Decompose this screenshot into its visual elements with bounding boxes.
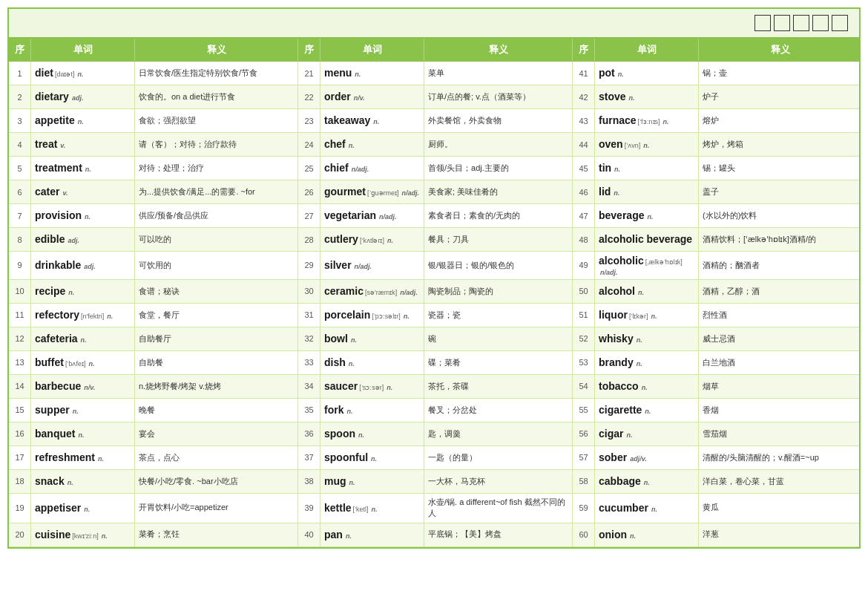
seq-number: 34 <box>298 375 320 398</box>
definition-cell: 烤炉，烤箱 <box>699 133 859 156</box>
word-cell: gourmet[ˈɡuərmeɪ]n/adj. <box>320 180 424 203</box>
seq-number: 11 <box>9 304 31 327</box>
word-cell: edibleadj. <box>31 228 135 251</box>
word-text: pan <box>324 529 343 541</box>
word-cell: treatv. <box>31 133 135 156</box>
seq-number: 43 <box>573 109 595 132</box>
seq-number: 35 <box>298 399 320 422</box>
table-row: 12cafeterian.自助餐厅32bowln.碗52whiskyn.威士忌酒 <box>9 327 859 351</box>
word-pos: n. <box>629 94 635 102</box>
seq-number: 30 <box>298 280 320 303</box>
seq-number: 24 <box>298 133 320 156</box>
word-cell: liquor[ˈlɪkər]n. <box>595 304 699 327</box>
definition-cell: 酒精的；酗酒者 <box>699 252 859 279</box>
word-text: vegetarian <box>324 209 376 222</box>
date-box-3[interactable] <box>793 15 809 31</box>
seq-number: 23 <box>298 109 320 132</box>
definition-cell: 茶点，点心 <box>135 446 298 469</box>
definition-cell: 陶瓷制品；陶瓷的 <box>424 280 573 303</box>
definition-cell: 为...提供饮食/满足...的需要. ~for <box>135 180 298 203</box>
date-box-1[interactable] <box>754 15 771 31</box>
word-text: tin <box>599 162 611 174</box>
definition-cell: 酒精，乙醇；酒 <box>699 280 859 303</box>
word-text: chef <box>324 138 346 151</box>
word-cell: drinkableadj. <box>31 252 135 279</box>
seq-number: 39 <box>298 494 320 523</box>
word-text: refectory <box>35 309 79 321</box>
definition-cell: 熔炉 <box>699 109 859 132</box>
definition-cell: 炉子 <box>699 85 859 108</box>
word-pos: n. <box>663 118 669 125</box>
word-pos: n. <box>387 237 393 244</box>
word-cell: tobaccon. <box>595 375 699 398</box>
table-row: 19appetisern.开胃饮料/小吃=appetizer39kettle[ˈ… <box>9 494 859 523</box>
word-text: brandy <box>599 356 634 369</box>
word-pos: n. <box>614 189 619 197</box>
col-word-1: 单词 <box>31 39 135 61</box>
word-pos: n. <box>645 408 651 415</box>
word-cell: buffet[ˈbʌfeɪ]n. <box>31 351 135 374</box>
definition-cell: 美食家; 美味佳肴的 <box>424 180 573 203</box>
word-cell: onionn. <box>595 523 699 546</box>
word-pos: n. <box>349 479 355 486</box>
word-cell: provisionn. <box>31 204 135 227</box>
word-text: pot <box>599 67 615 79</box>
seq-number: 57 <box>573 446 595 469</box>
seq-number: 15 <box>9 399 31 422</box>
word-phonetic: [ˈketl] <box>353 506 369 513</box>
seq-number: 50 <box>573 280 595 303</box>
definition-cell: 清醒的/头脑清醒的；v.醒酒=~up <box>699 446 859 469</box>
word-pos: n. <box>618 71 624 78</box>
table-row: 14barbecuen/v.n.烧烤野餐/烤架 v.烧烤34saucer[ˈsɔ… <box>9 375 859 399</box>
word-pos: n. <box>371 455 377 463</box>
seq-number: 13 <box>9 351 31 374</box>
word-pos: n. <box>349 360 355 368</box>
word-text: gourmet <box>324 186 366 198</box>
word-pos: n. <box>647 213 653 221</box>
word-text: takeaway <box>324 114 370 127</box>
word-cell: spoonfuln. <box>320 446 424 469</box>
rows: 1diet[daɪət]n.日常饮食/医生指定特别饮食/节食21menun.菜单… <box>9 62 859 547</box>
word-text: alcohol <box>599 285 635 298</box>
word-cell: dietaryadj. <box>31 85 135 108</box>
word-text: snack <box>35 475 65 488</box>
word-pos: n. <box>643 142 649 149</box>
word-text: treat <box>35 138 57 151</box>
word-text: cigarette <box>599 404 642 417</box>
word-text: beverage <box>599 209 644 222</box>
definition-cell: 洋葱 <box>699 523 859 546</box>
word-pos: n. <box>73 408 79 415</box>
definition-cell: 食欲；强烈欲望 <box>135 109 298 132</box>
word-text: recipe <box>35 285 65 298</box>
definition-cell: 香烟 <box>699 399 859 422</box>
word-text: oven <box>599 138 623 151</box>
word-cell: cabbagen. <box>595 470 699 493</box>
definition-cell: 银/银器日；银的/银色的 <box>424 252 573 279</box>
word-pos: n. <box>81 336 87 344</box>
word-text: fork <box>324 404 343 417</box>
definition-cell: 餐具；刀具 <box>424 228 573 251</box>
date-boxes <box>754 15 848 31</box>
table-row: 11refectory[n'fektri]n.食堂，餐厅31porcelain[… <box>9 304 859 327</box>
word-text: whisky <box>599 333 634 345</box>
date-box-4[interactable] <box>812 15 829 31</box>
word-pos: n. <box>372 506 378 513</box>
word-phonetic: [sə'ræmɪk] <box>365 289 397 296</box>
word-cell: recipen. <box>31 280 135 303</box>
word-cell: refectory[n'fektri]n. <box>31 304 135 327</box>
word-cell: treatmentn. <box>31 157 135 180</box>
table-row: 13buffet[ˈbʌfeɪ]n.自助餐33dishn.碟；菜肴53brand… <box>9 351 859 375</box>
date-box-5[interactable] <box>832 15 848 31</box>
word-pos: n. <box>346 532 352 540</box>
word-pos: adj. <box>72 94 84 102</box>
word-phonetic: [ˈpɔːsəlɪr] <box>372 313 401 320</box>
word-pos: n. <box>349 142 355 149</box>
date-box-2[interactable] <box>774 15 790 31</box>
word-pos: n/v. <box>84 384 95 391</box>
col-def-1: 释义 <box>135 39 298 61</box>
word-cell: forkn. <box>320 399 424 422</box>
definition-cell: 锡；罐头 <box>699 157 859 180</box>
table-row: 6caterv.为...提供饮食/满足...的需要. ~for26gourmet… <box>9 180 859 204</box>
word-text: saucer <box>324 380 358 393</box>
word-cell: barbecuen/v. <box>31 375 135 398</box>
